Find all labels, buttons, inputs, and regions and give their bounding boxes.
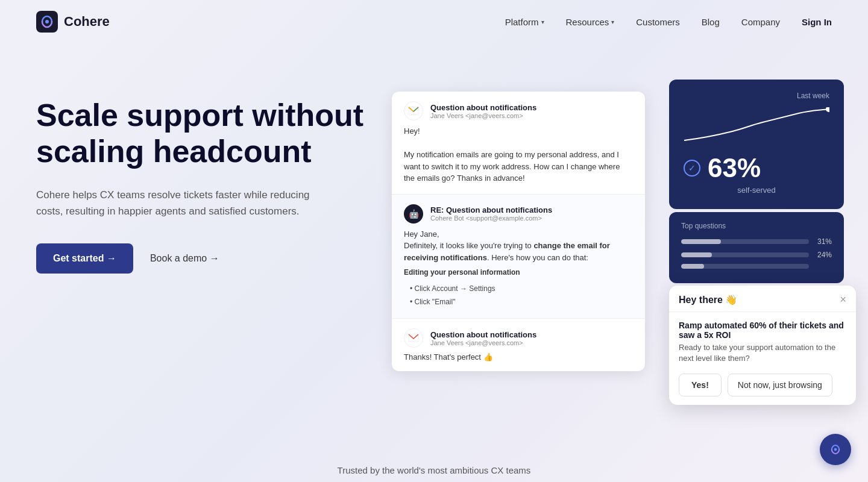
stats-big-number-row: ✓ 63% bbox=[684, 153, 829, 183]
chat-greeting: Hey there 👋 bbox=[679, 294, 737, 305]
email-body-1: Hey! My notification emails are going to… bbox=[404, 125, 633, 184]
chat-bold-text: Ramp automated 60% of their tickets and … bbox=[679, 321, 846, 340]
self-served-label: self-served bbox=[684, 186, 829, 195]
logo-icon bbox=[36, 11, 58, 33]
check-circle-icon: ✓ bbox=[684, 160, 700, 177]
chevron-down-icon: ▾ bbox=[541, 19, 544, 25]
hero-subtitle: Cohere helps CX teams resolve tickets fa… bbox=[36, 187, 326, 219]
email-sender-info-1: Question about notifications Jane Veers … bbox=[430, 103, 536, 119]
hero-right: Last week ✓ 63% self-served bbox=[392, 80, 832, 453]
bar-track-2 bbox=[681, 252, 809, 257]
svg-point-3 bbox=[834, 448, 837, 451]
cohere-float-icon bbox=[827, 441, 844, 458]
trusted-banner: Trusted by the world's most ambitious CX… bbox=[0, 453, 868, 482]
sign-in-button[interactable]: Sign In bbox=[802, 17, 832, 27]
gmail-logo-2 bbox=[407, 332, 420, 344]
email-section-1: Question about notifications Jane Veers … bbox=[392, 92, 645, 195]
email-section-2: 🤖 RE: Question about notifications Coher… bbox=[392, 195, 645, 319]
close-icon[interactable]: × bbox=[840, 294, 846, 305]
bot-icon: 🤖 bbox=[404, 204, 423, 224]
email-steps: • Click Account → Settings • Click "Emai… bbox=[404, 283, 633, 308]
chevron-down-icon: ▾ bbox=[611, 19, 614, 25]
hero-title: Scale support without scaling headcount bbox=[36, 98, 368, 170]
email-sender-3: Jane Veers <jane@veers.com> bbox=[430, 339, 536, 346]
gmail-logo bbox=[407, 105, 420, 117]
email-sender-1: Jane Veers <jane@veers.com> bbox=[430, 112, 536, 119]
chat-popup-header: Hey there 👋 × bbox=[669, 286, 856, 312]
email-sender-2: Cohere Bot <support@example.com> bbox=[430, 214, 552, 222]
chat-question: Ready to take your support automation to… bbox=[679, 342, 846, 364]
bar-pct-2: 24% bbox=[814, 251, 832, 259]
svg-point-1 bbox=[45, 20, 49, 23]
top-questions-title: Top questions bbox=[681, 222, 832, 230]
email-sender-info-2: RE: Question about notifications Cohere … bbox=[430, 205, 552, 222]
bar-track-1 bbox=[681, 239, 809, 244]
email-subject-1: Question about notifications bbox=[430, 103, 536, 112]
nav-customers[interactable]: Customers bbox=[636, 17, 680, 27]
email-body-3: Thanks! That's perfect 👍 bbox=[404, 352, 633, 362]
nav-blog[interactable]: Blog bbox=[702, 17, 720, 27]
bar-fill-2 bbox=[681, 252, 712, 257]
sparkline-chart bbox=[684, 107, 829, 143]
stats-card: Last week ✓ 63% self-served bbox=[669, 80, 844, 209]
logo[interactable]: Cohere bbox=[36, 11, 110, 33]
cohere-float-button[interactable] bbox=[820, 434, 851, 465]
hero-section: Scale support without scaling headcount … bbox=[0, 43, 868, 453]
email-steps-header: Editing your personal information bbox=[404, 267, 633, 278]
hero-buttons: Get started → Book a demo → bbox=[36, 243, 368, 274]
email-body-2: Hey Jane, Definitely, it looks like you'… bbox=[404, 228, 633, 309]
logo-text: Cohere bbox=[64, 14, 110, 30]
email-subject-2: RE: Question about notifications bbox=[430, 205, 552, 214]
email-header-2: 🤖 RE: Question about notifications Coher… bbox=[404, 204, 633, 224]
bar-pct-1: 31% bbox=[814, 237, 832, 246]
navbar: Cohere Platform ▾ Resources ▾ Customers … bbox=[0, 0, 868, 43]
bar-row-1: 31% bbox=[681, 237, 832, 246]
email-card: Question about notifications Jane Veers … bbox=[392, 92, 645, 371]
stats-percentage: 63% bbox=[708, 153, 761, 183]
hero-left: Scale support without scaling headcount … bbox=[36, 80, 368, 274]
bar-fill-3 bbox=[681, 264, 704, 269]
chat-popup: Hey there 👋 × Ramp automated 60% of thei… bbox=[669, 286, 856, 405]
get-started-button[interactable]: Get started → bbox=[36, 243, 133, 274]
email-header-3: Question about notifications Jane Veers … bbox=[404, 328, 633, 348]
email-section-3: Question about notifications Jane Veers … bbox=[392, 319, 645, 371]
nav-company[interactable]: Company bbox=[741, 17, 780, 27]
top-questions-card: Top questions 31% 24% bbox=[669, 212, 844, 283]
nav-links: Platform ▾ Resources ▾ Customers Blog Co… bbox=[505, 17, 832, 27]
bar-track-3 bbox=[681, 264, 809, 269]
gmail-icon-2 bbox=[404, 328, 423, 348]
bar-fill-1 bbox=[681, 239, 721, 244]
chat-buttons: Yes! Not now, just browsing bbox=[679, 374, 846, 396]
chat-body: Ramp automated 60% of their tickets and … bbox=[669, 312, 856, 405]
nav-resources[interactable]: Resources ▾ bbox=[566, 17, 615, 27]
stats-label: Last week bbox=[684, 92, 829, 100]
nav-platform[interactable]: Platform ▾ bbox=[505, 17, 544, 27]
svg-point-2 bbox=[826, 107, 829, 112]
bar-row-3 bbox=[681, 264, 832, 269]
book-demo-button[interactable]: Book a demo → bbox=[150, 253, 219, 264]
email-header-1: Question about notifications Jane Veers … bbox=[404, 101, 633, 120]
chat-yes-button[interactable]: Yes! bbox=[679, 374, 722, 396]
bar-row-2: 24% bbox=[681, 251, 832, 259]
trusted-text: Trusted by the world's most ambitious CX… bbox=[338, 465, 531, 475]
stats-chart bbox=[684, 107, 829, 143]
email-sender-info-3: Question about notifications Jane Veers … bbox=[430, 330, 536, 346]
chat-no-button[interactable]: Not now, just browsing bbox=[728, 374, 832, 396]
gmail-icon bbox=[404, 101, 423, 120]
email-subject-3: Question about notifications bbox=[430, 330, 536, 339]
